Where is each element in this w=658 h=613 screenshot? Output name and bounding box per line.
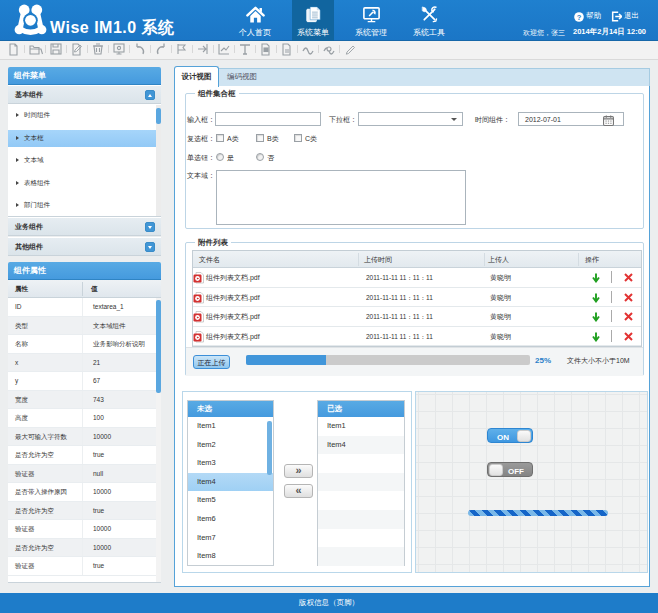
svg-text:?: ?	[577, 13, 582, 22]
